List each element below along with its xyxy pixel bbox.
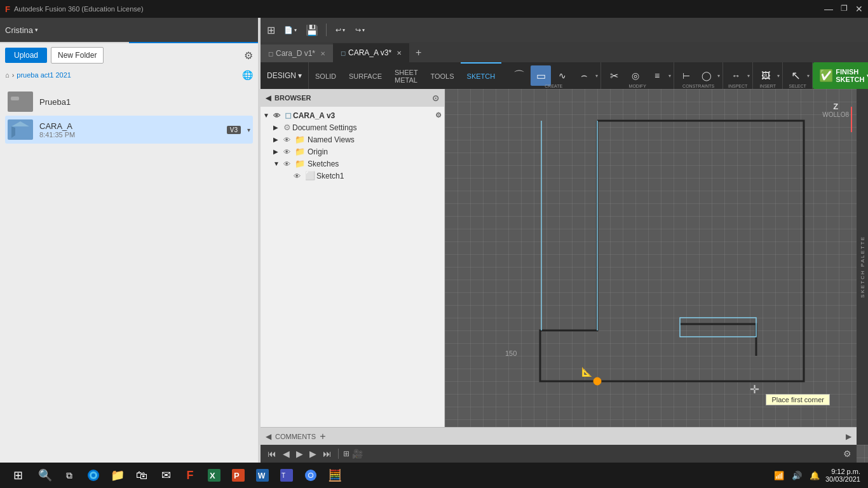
user-name[interactable]: Cristina▾: [5, 25, 38, 35]
restore-button[interactable]: ❐: [841, 4, 848, 14]
timeline-first-button[interactable]: ⏮: [266, 449, 278, 459]
spline-tool-button[interactable]: ∿: [552, 65, 573, 86]
titlebar: F Autodesk Fusion 360 (Education License…: [0, 0, 868, 18]
breadcrumb-project[interactable]: prueba act1 2021: [17, 71, 71, 79]
document-tabs: ◻ Cara_D v1* ✕ ◻ CARA_A v3* ✕ +: [261, 42, 868, 62]
sketch1-eye[interactable]: 👁: [294, 172, 304, 180]
close-inactive-tab[interactable]: ✕: [320, 50, 325, 57]
select-button[interactable]: ↖: [785, 65, 806, 86]
mode-sketch[interactable]: SKETCH: [461, 62, 502, 89]
timeline-last-button[interactable]: ⏭: [321, 449, 334, 459]
version-dropdown[interactable]: ▾: [247, 126, 250, 133]
finish-sketch-button[interactable]: ✅ FINISH SKETCH ▾: [813, 62, 868, 89]
mode-sheet-metal[interactable]: SHEET METAL: [388, 62, 424, 89]
word-icon[interactable]: W: [250, 463, 275, 488]
root-collapse-arrow[interactable]: ▼: [263, 112, 272, 119]
new-folder-button[interactable]: New Folder: [51, 47, 104, 64]
search-button[interactable]: 🔍: [33, 463, 57, 488]
curve-tool-button[interactable]: ⌢: [574, 65, 594, 86]
active-tab[interactable]: ◻ CARA_A v3* ✕: [333, 43, 409, 62]
upload-button[interactable]: Upload: [5, 48, 47, 63]
browser-collapse-button[interactable]: ◀: [266, 94, 271, 102]
horizontal-constraint-button[interactable]: ⊢: [677, 65, 696, 86]
minimize-button[interactable]: —: [824, 4, 833, 14]
timeline-settings-button[interactable]: ⚙: [843, 449, 851, 459]
rectangle-tool-button[interactable]: ▭: [531, 65, 551, 86]
undo-button[interactable]: ↩▾: [332, 24, 349, 36]
modify-section-label: MODIFY: [601, 84, 674, 88]
mode-surface[interactable]: SURFACE: [342, 62, 388, 89]
insert-image-button[interactable]: 🖼: [756, 65, 776, 86]
panel-expand-button[interactable]: ▶: [846, 432, 851, 441]
named-views-eye[interactable]: 👁: [283, 136, 294, 144]
network-icon[interactable]: 📶: [772, 471, 786, 480]
save-button[interactable]: 💾: [303, 24, 321, 36]
taskbar: ⊞ 🔍 ⧉ 📁 🛍 ✉ F X P W T 🧮 📶 🔊 🔔 9:12 p.m. …: [0, 463, 868, 488]
close-active-tab[interactable]: ✕: [397, 50, 402, 57]
fusion-taskbar-icon[interactable]: F: [178, 463, 202, 488]
list-item[interactable]: CARA_A 8:41:35 PM V3 ▾: [5, 116, 253, 144]
mode-solid[interactable]: SOLID: [309, 62, 342, 89]
arc-tool-button[interactable]: ⌒: [509, 65, 529, 86]
root-gear-icon[interactable]: ⚙: [435, 111, 442, 119]
explorer-icon[interactable]: 📁: [105, 463, 130, 488]
clock[interactable]: 9:12 p.m. 30/03/2021: [825, 468, 860, 483]
volume-icon[interactable]: 🔊: [790, 471, 804, 480]
select-caret[interactable]: ▾: [807, 73, 810, 79]
constraints-more-button[interactable]: ▾: [717, 73, 720, 79]
timeline-next-button[interactable]: ▶: [308, 449, 318, 459]
timeline-prev-button[interactable]: ◀: [281, 449, 292, 459]
taskview-button[interactable]: ⧉: [57, 463, 81, 488]
add-comment-button[interactable]: +: [320, 431, 325, 442]
trim-tool-button[interactable]: ✂: [604, 65, 624, 86]
canvas-area[interactable]: Z WOLLO8 150 📐 Place first corner ✛ ⟳ ✋ …: [445, 89, 868, 469]
origin-eye[interactable]: 👁: [283, 148, 294, 156]
browser-named-views[interactable]: ▶ 👁 📁 Named Views: [261, 133, 444, 146]
inspect-caret[interactable]: ▾: [747, 73, 750, 79]
browser-sketch1[interactable]: 👁 ⬜ Sketch1: [261, 170, 444, 182]
doc-settings-arrow[interactable]: ▶: [273, 124, 282, 131]
panel-settings-icon[interactable]: ⚙: [244, 50, 253, 62]
browser-expand-button[interactable]: ⊙: [432, 93, 439, 103]
close-button[interactable]: ✕: [855, 4, 863, 14]
home-icon[interactable]: ⌂: [5, 71, 10, 79]
calc-icon[interactable]: 🧮: [323, 463, 347, 488]
browser-doc-settings[interactable]: ▶ ⚙ Document Settings: [261, 121, 444, 133]
redo-button[interactable]: ↪▾: [351, 24, 369, 36]
browser-sketches[interactable]: ▼ 👁 📁 Sketches: [261, 158, 444, 170]
store-icon[interactable]: 🛍: [130, 463, 154, 488]
edge-icon[interactable]: [81, 463, 105, 488]
teams-icon[interactable]: T: [275, 463, 299, 488]
collapse-browser-button[interactable]: ◀: [266, 432, 271, 441]
design-dropdown[interactable]: DESIGN▾: [261, 62, 309, 89]
excel-icon[interactable]: X: [202, 463, 226, 488]
sketch-palette[interactable]: SKETCH PALETTE: [857, 89, 868, 445]
mail-icon[interactable]: ✉: [154, 463, 178, 488]
browser-root-item[interactable]: ▼ 👁 ◻ CARA_A v3 ⚙: [261, 109, 444, 121]
sketches-eye[interactable]: 👁: [283, 160, 294, 168]
mode-tools[interactable]: TOOLS: [424, 62, 460, 89]
modify-caret[interactable]: ▾: [668, 73, 671, 79]
coincident-constraint-button[interactable]: ◯: [697, 65, 716, 86]
notifications-icon[interactable]: 🔔: [808, 471, 822, 480]
modify-tools-button[interactable]: ≡: [647, 65, 667, 86]
list-item[interactable]: Prueba1: [5, 88, 253, 116]
inactive-tab[interactable]: ◻ Cara_D v1* ✕: [261, 44, 333, 62]
grid-menu-button[interactable]: ⊞: [264, 24, 278, 36]
root-visibility-eye[interactable]: 👁: [273, 112, 283, 119]
browser-origin[interactable]: ▶ 👁 📁 Origin: [261, 146, 444, 158]
insert-caret[interactable]: ▾: [777, 73, 780, 79]
named-views-arrow[interactable]: ▶: [273, 136, 282, 143]
measure-button[interactable]: ↔: [726, 65, 746, 86]
offset-tool-button[interactable]: ◎: [625, 65, 646, 86]
sketches-arrow[interactable]: ▼: [273, 160, 282, 167]
open-button[interactable]: 📄▾: [280, 24, 301, 36]
create-caret[interactable]: ▾: [595, 73, 598, 79]
browser-header: ◀ BROWSER ⊙: [261, 89, 444, 107]
start-button[interactable]: ⊞: [3, 463, 33, 488]
powerpoint-icon[interactable]: P: [226, 463, 250, 488]
chrome-icon[interactable]: [299, 463, 323, 488]
origin-arrow[interactable]: ▶: [273, 148, 282, 155]
new-tab-button[interactable]: +: [409, 43, 428, 62]
timeline-play-button[interactable]: ▶: [294, 449, 305, 459]
